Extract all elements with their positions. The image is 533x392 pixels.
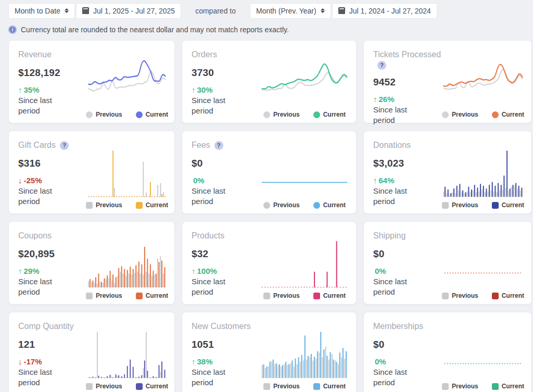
delta-arrow-icon: ↓ — [18, 357, 22, 366]
help-icon[interactable]: ? — [60, 141, 69, 150]
card-value: $32 — [192, 248, 260, 260]
currency-notice: i Currency total are rounded to the near… — [8, 23, 533, 36]
chart-legend: Previous Current — [442, 382, 524, 390]
filter-bar: Month to Date Jul 1, 2025 - Jul 27, 2025… — [0, 0, 533, 19]
date-range-value: Jul 1, 2025 - Jul 27, 2025 — [93, 7, 175, 15]
card-value: 3730 — [192, 67, 260, 79]
card-title: Revenue — [18, 50, 52, 59]
card-value: $0 — [373, 339, 442, 350]
currency-notice-text: Currency total are rounded to the neares… — [21, 26, 289, 34]
delta-badge: ↓ -17% — [18, 357, 87, 366]
current-marker — [313, 293, 320, 299]
card-value: $316 — [18, 158, 87, 169]
delta-arrow-icon: ↑ — [192, 357, 196, 366]
card-gift-cards: Gift Cards? $316 ↓ -25% Since last perio… — [8, 131, 175, 214]
card-value: $0 — [192, 158, 260, 169]
delta-value: 29% — [24, 267, 40, 275]
chart-legend: Previous Current — [260, 382, 349, 390]
since-label: Since last period — [373, 186, 419, 206]
delta-arrow-icon: ↑ — [18, 267, 22, 275]
delta-value: 30% — [197, 85, 213, 94]
current-marker — [136, 111, 143, 118]
coupons-sparkline — [87, 236, 167, 289]
current-marker — [136, 202, 143, 209]
card-title: Fees — [192, 141, 210, 149]
card-value: $20,895 — [18, 248, 87, 260]
compare-range-select[interactable]: Month (Prev. Year) — [250, 3, 331, 19]
select-arrows-icon — [65, 8, 69, 13]
card-donations: Donations $3,023 ↑ 64% Since last period… — [363, 131, 532, 214]
delta-value: 64% — [379, 176, 395, 185]
metrics-grid: Revenue $128,192 ↑ 35% Since last period… — [8, 40, 530, 392]
card-tickets-processed: Tickets Processed? 9452 ↑ 26% Since last… — [363, 40, 532, 123]
date-range-picker[interactable]: Jul 1, 2025 - Jul 27, 2025 — [76, 3, 181, 19]
current-marker — [492, 383, 499, 390]
card-title: Shipping — [373, 231, 405, 240]
card-title: New Customers — [192, 322, 251, 331]
compare-range-picker[interactable]: Jul 1, 2024 - Jul 27, 2024 — [332, 3, 437, 19]
info-icon: i — [8, 26, 17, 34]
delta-value: -17% — [24, 357, 42, 366]
chart-legend: Previous Current — [442, 110, 524, 119]
since-label: Since last period — [18, 186, 64, 206]
delta-badge: ↑ 29% — [18, 267, 87, 275]
current-marker — [313, 111, 320, 118]
comp-quantity-sparkline — [87, 326, 167, 380]
card-value: 1051 — [192, 339, 260, 350]
delta-badge: ↑ 35% — [18, 85, 87, 94]
donations-sparkline — [442, 145, 524, 198]
previous-marker — [263, 111, 270, 118]
previous-marker — [86, 202, 93, 209]
delta-arrow-icon: ↓ — [18, 176, 22, 185]
current-marker — [313, 383, 320, 390]
delta-badge: ↑ 38% — [192, 357, 260, 366]
card-title: Coupons — [18, 231, 52, 240]
delta-badge: ↑ 64% — [373, 176, 442, 185]
since-label: Since last period — [18, 276, 64, 296]
previous-marker — [442, 202, 449, 209]
chart-legend: Previous Current — [87, 382, 167, 390]
delta-value: -25% — [24, 176, 42, 185]
card-products: Products $32 ↑ 100% Since last period Pr… — [182, 221, 357, 305]
current-marker — [492, 202, 499, 209]
chart-legend: Previous Current — [260, 201, 349, 209]
previous-marker — [86, 293, 93, 299]
delta-badge: 0% — [373, 267, 442, 275]
revenue-sparkline — [87, 55, 167, 108]
card-value: $3,023 — [373, 158, 442, 169]
select-arrows-icon — [321, 8, 325, 13]
delta-value: 38% — [197, 357, 213, 366]
delta-arrow-icon: ↑ — [373, 176, 377, 185]
card-new-customers: New Customers 1051 ↑ 38% Since last peri… — [182, 312, 357, 392]
current-marker — [492, 293, 499, 299]
since-label: Since last period — [18, 95, 64, 115]
delta-arrow-icon: ↑ — [18, 85, 22, 94]
help-icon[interactable]: ? — [377, 61, 386, 70]
previous-marker — [442, 293, 449, 299]
current-marker — [136, 293, 143, 299]
delta-badge: ↑ 30% — [192, 85, 260, 94]
current-marker — [136, 383, 143, 390]
card-value: $0 — [373, 248, 442, 260]
card-title: Tickets Processed — [373, 50, 441, 59]
delta-arrow-icon: ↑ — [192, 85, 196, 94]
since-label: Since last period — [373, 276, 419, 296]
previous-marker — [86, 111, 93, 118]
since-label: Since last period — [192, 276, 237, 296]
delta-badge: 0% — [373, 357, 442, 366]
orders-sparkline — [260, 55, 349, 108]
compared-to-label: compared to — [195, 7, 236, 15]
delta-arrow-icon: ↑ — [192, 267, 196, 275]
current-marker — [492, 111, 499, 118]
calendar-icon — [338, 7, 345, 14]
card-title: Orders — [192, 50, 217, 59]
date-range-select[interactable]: Month to Date — [8, 3, 75, 19]
calendar-icon — [82, 7, 89, 14]
card-value: $128,192 — [18, 67, 87, 79]
chart-legend: Previous Current — [87, 110, 167, 119]
current-marker — [313, 202, 320, 209]
previous-marker — [263, 293, 270, 299]
delta-value: 100% — [197, 267, 217, 275]
card-orders: Orders 3730 ↑ 30% Since last period Prev… — [182, 40, 357, 123]
help-icon[interactable]: ? — [214, 141, 223, 150]
